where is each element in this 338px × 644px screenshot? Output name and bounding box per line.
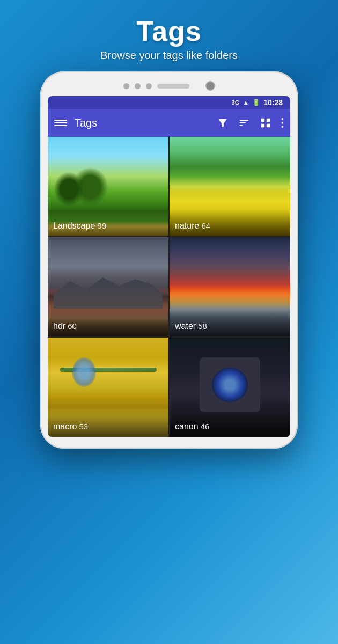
app-bar-actions [217, 117, 284, 129]
battery-icon: 🔋 [252, 99, 260, 106]
grid-item-canon[interactable]: canon46 [170, 338, 290, 437]
status-bar: 3G ▲ 🔋 10:28 [48, 96, 290, 109]
menu-button[interactable] [54, 120, 67, 126]
label-hdr: hdr60 [48, 310, 168, 336]
grid-item-landscape[interactable]: Landscape99 [48, 137, 168, 236]
network-signal: 3G [232, 99, 240, 106]
page-subtitle: Browse your tags like folders [100, 49, 238, 62]
sensor-dot-3 [146, 83, 152, 89]
tag-count-water: 58 [198, 321, 207, 331]
app-bar-title: Tags [75, 117, 217, 129]
phone-shell: 3G ▲ 🔋 10:28 Tags [40, 71, 298, 449]
tag-name-macro: macro [53, 422, 77, 431]
grid-item-macro[interactable]: macro53 [48, 338, 168, 437]
menu-line-2 [54, 122, 67, 123]
svg-point-0 [282, 118, 284, 120]
status-time: 10:28 [263, 98, 283, 107]
svg-point-1 [282, 122, 284, 124]
tag-name-water: water [175, 321, 196, 331]
signal-bars: ▲ [243, 99, 249, 106]
phone-screen: 3G ▲ 🔋 10:28 Tags [48, 96, 290, 437]
front-camera [205, 81, 215, 91]
menu-line-3 [54, 125, 67, 126]
tag-name-nature: nature [175, 221, 199, 230]
tag-count-landscape: 99 [97, 221, 106, 230]
label-macro: macro53 [48, 410, 168, 437]
menu-line-1 [54, 120, 67, 121]
page-title: Tags [100, 15, 238, 47]
app-bar: Tags [48, 109, 290, 137]
label-landscape: Landscape99 [48, 209, 168, 236]
grid-item-water[interactable]: water58 [170, 237, 290, 336]
tag-count-canon: 46 [201, 422, 210, 431]
tag-count-nature: 64 [201, 221, 210, 230]
speaker-bar [157, 84, 189, 89]
tag-name-canon: canon [175, 422, 199, 431]
label-nature: nature64 [170, 209, 290, 236]
sensor-dot-1 [123, 83, 129, 89]
grid-button[interactable] [260, 117, 271, 129]
phone-sensors [48, 81, 290, 91]
tag-name-landscape: Landscape [53, 221, 95, 230]
label-water: water58 [170, 310, 290, 336]
tag-count-hdr: 60 [68, 321, 77, 331]
more-button[interactable] [281, 117, 284, 129]
grid-item-hdr[interactable]: hdr60 [48, 237, 168, 336]
filter-button[interactable] [217, 117, 229, 129]
label-canon: canon46 [170, 410, 290, 437]
page-header: Tags Browse your tags like folders [90, 0, 248, 71]
sort-button[interactable] [238, 117, 250, 129]
tag-name-hdr: hdr [53, 321, 65, 331]
grid-item-nature[interactable]: nature64 [170, 137, 290, 236]
svg-point-2 [282, 126, 284, 128]
photo-grid: Landscape99nature64hdr60water58macro53ca… [48, 137, 290, 437]
tag-count-macro: 53 [79, 422, 88, 431]
sensor-dot-2 [135, 83, 141, 89]
